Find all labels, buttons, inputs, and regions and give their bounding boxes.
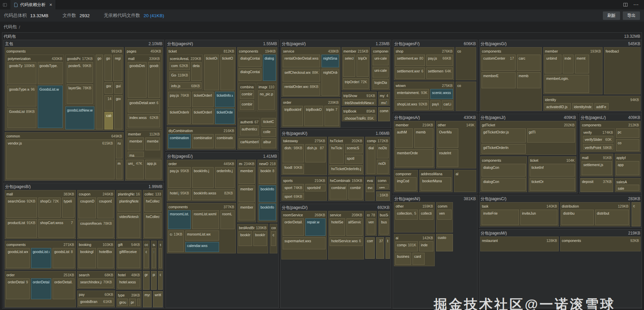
treemap-cell[interactable]: index.wxss62KB — [128, 114, 160, 127]
treemap-cell[interactable]: entertainment.wxss93K — [395, 89, 429, 99]
treemap-cell[interactable]: goodsList — [114, 95, 122, 129]
treemap-cell[interactable]: customCenter17 — [482, 55, 516, 71]
treemap-cell[interactable]: combinationFre — [168, 134, 191, 148]
treemap-cell[interactable]: rentalOrderDetail.wxss — [283, 55, 320, 67]
treemap-cell[interactable]: dialogContaine — [239, 55, 262, 67]
treemap-cell[interactable]: eva — [366, 184, 374, 192]
treemap-cell[interactable]: scenicS — [345, 144, 363, 153]
treemap-cell[interactable]: authM — [395, 128, 413, 148]
treemap-cell[interactable]: inviteFrie — [482, 210, 519, 225]
treemap-cell[interactable]: deta — [191, 62, 202, 81]
treemap-cell[interactable]: member37 — [376, 237, 384, 259]
treemap-cell[interactable]: combinati — [240, 90, 254, 99]
treemap-cell[interactable]: memberCard — [239, 185, 255, 202]
treemap-cell[interactable]: tripBookOr — [304, 106, 323, 126]
treemap-cell[interactable]: writOf — [153, 291, 163, 307]
treemap-cell[interactable]: scenic.wxss — [430, 89, 453, 99]
treemap-cell[interactable]: repair.w — [305, 218, 326, 236]
treemap-cell[interactable]: msroomList.wx — [185, 230, 219, 241]
treemap-cell[interactable]: orderDetail. — [53, 278, 74, 299]
treemap-cell[interactable]: tripBookInf — [283, 106, 303, 126]
treemap-cell[interactable]: myTri — [379, 99, 389, 104]
treemap-cell[interactable]: groupBr — [118, 299, 128, 306]
treemap-cell[interactable]: layerSku.js78KB — [67, 84, 93, 104]
treemap-cell[interactable]: uni_modules47K — [126, 160, 144, 179]
treemap-cell[interactable]: tripOrderList.js72K — [343, 78, 369, 89]
treemap-cell[interactable]: sh — [159, 248, 162, 268]
treemap-cell[interactable]: shopCart.js72K — [38, 197, 61, 218]
treemap-cell[interactable]: sale — [616, 185, 639, 191]
treemap-cell[interactable]: inviteJun — [520, 210, 557, 225]
treemap-cell[interactable]: bookInfo.w — [259, 204, 276, 220]
treemap-cell[interactable]: gdTicketOrder.js — [482, 128, 526, 143]
treemap-cell[interactable]: ma — [128, 152, 144, 157]
treemap-cell[interactable]: verifyPoint58KB — [583, 144, 613, 150]
treemap-cell[interactable]: deposit37KB — [580, 178, 613, 192]
treemap-cell[interactable]: poster5.js99KB — [67, 62, 93, 83]
treemap-cell[interactable]: colle — [158, 271, 163, 290]
treemap-cell[interactable]: bookInfo.js — [239, 231, 252, 246]
treemap-cell[interactable]: gdTi — [527, 128, 575, 143]
treemap-cell[interactable]: chooseTripRoom.js85K — [343, 115, 375, 120]
treemap-cell[interactable]: componer — [365, 237, 375, 259]
treemap-cell[interactable]: memberCard — [239, 167, 255, 184]
treemap-cell[interactable]: allServic — [346, 218, 363, 236]
treemap-cell[interactable]: custo — [436, 234, 453, 251]
treemap-cell[interactable]: hotelService.wxss6 — [330, 237, 363, 246]
treemap-cell[interactable]: bookingI — [79, 248, 96, 268]
treemap-cell[interactable]: pay.js76KB — [168, 92, 191, 107]
treemap-cell[interactable]: collectic — [419, 210, 433, 220]
treemap-cell[interactable]: couponDet — [79, 197, 96, 218]
treemap-cell[interactable]: orderDetail.w — [31, 278, 51, 299]
treemap-cell[interactable]: vendor.js615KB — [6, 140, 115, 179]
treemap-cell[interactable]: co — [616, 139, 639, 151]
treemap-cell[interactable]: tripOrde — [357, 55, 369, 77]
treemap-cell[interactable]: stopCar16KB — [376, 191, 390, 201]
treemap-cell[interactable]: ticketOrc — [204, 55, 219, 90]
treemap-cell[interactable]: uni-calen — [373, 55, 389, 65]
treemap-cell[interactable]: greenCl — [143, 271, 150, 290]
treemap-cell[interactable]: ticketOr — [530, 178, 575, 191]
treemap-cell[interactable]: sportsOrder.js74KB — [283, 184, 304, 191]
treemap-cell[interactable]: dialog — [263, 55, 276, 81]
treemap-cell[interactable]: regist — [113, 55, 122, 81]
treemap-cell[interactable]: GoodsList.js89KB — [7, 108, 36, 128]
treemap-cell[interactable]: ticketOrderInfo — [168, 108, 191, 124]
treemap-cell[interactable]: spotI — [345, 155, 363, 164]
treemap-cell[interactable]: verifySlider60K — [583, 136, 613, 143]
treemap-cell[interactable]: ven — [377, 184, 389, 189]
treemap-cell[interactable]: ticketInfo.wx — [215, 92, 235, 107]
treemap-cell[interactable]: addFe — [594, 103, 609, 110]
treemap-cell[interactable]: hotelBoo — [97, 248, 114, 268]
treemap-cell[interactable]: components101K — [395, 241, 418, 251]
treemap-cell[interactable]: noDish — [377, 144, 389, 158]
treemap-cell[interactable]: settlement.js — [582, 161, 612, 175]
treemap-cell[interactable]: GoodsList.w — [38, 86, 63, 128]
treemap-cell[interactable]: calendar.wxs — [185, 242, 219, 252]
treemap-cell[interactable]: imgCod — [395, 177, 417, 191]
treemap-cell[interactable]: bookInfo.w — [259, 185, 276, 202]
treemap-cell[interactable]: distribut — [595, 210, 629, 225]
treemap-cell[interactable]: nightOrderLis — [321, 69, 339, 96]
treemap-cell[interactable]: uni-cale — [373, 67, 389, 78]
treemap-cell[interactable]: orderInfo.j — [215, 167, 235, 188]
treemap-cell[interactable]: selectRo — [343, 55, 355, 77]
treemap-cell[interactable]: bookInfo.js8 — [259, 167, 276, 184]
treemap-cell[interactable]: sai — [152, 248, 156, 268]
treemap-cell[interactable]: nightSnack.w — [321, 55, 339, 67]
treemap-cell[interactable]: ticketOrderInf — [192, 108, 214, 124]
treemap-cell[interactable]: videoNotesInf — [118, 213, 140, 238]
treemap-cell[interactable]: bookInfo. — [253, 231, 267, 246]
treemap-cell[interactable]: combinati — [240, 100, 254, 110]
treemap-cell[interactable]: dish.wxss98KB — [283, 144, 304, 162]
treemap-cell[interactable]: hxCollectio — [144, 197, 161, 212]
treemap-cell[interactable]: combinationFr — [192, 134, 214, 148]
treemap-cell[interactable]: membe — [145, 137, 160, 150]
treemap-package[interactable]: components92KB — [560, 237, 641, 251]
treemap-cell[interactable]: memberCard — [239, 204, 255, 220]
treemap-cell[interactable]: goodsDetail.wxml6 — [128, 99, 160, 113]
treemap-cell[interactable]: routeInt — [437, 149, 458, 167]
treemap-cell[interactable]: mystery — [143, 291, 152, 307]
treemap-cell[interactable]: distribu — [561, 210, 594, 225]
treemap-cell[interactable]: settlement.wxml6 — [395, 67, 425, 79]
